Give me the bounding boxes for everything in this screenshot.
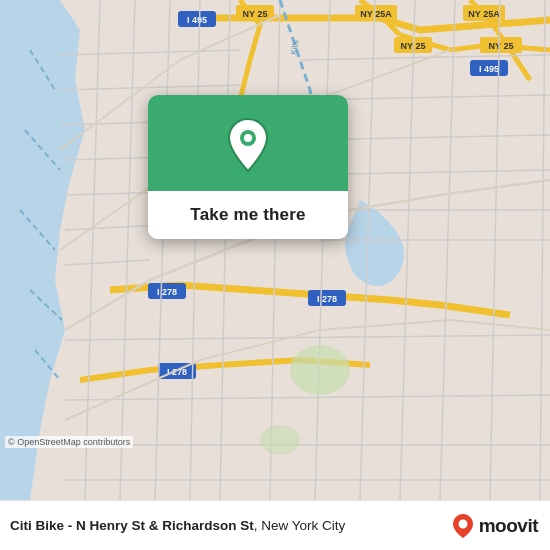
popup-header <box>148 95 348 191</box>
location-name: Citi Bike - N Henry St & Richardson St <box>10 518 254 533</box>
svg-text:I 495: I 495 <box>479 64 499 74</box>
svg-point-55 <box>458 519 467 528</box>
osm-attribution: © OpenStreetMap contributors <box>5 436 133 448</box>
svg-point-50 <box>290 345 350 395</box>
svg-text:I 278: I 278 <box>317 294 337 304</box>
svg-text:NY 25A: NY 25A <box>360 9 392 19</box>
svg-text:NY 25: NY 25 <box>489 41 514 51</box>
city-name: New York City <box>261 518 345 533</box>
map-background: NY 25 NY 25A NY 25A NY 25 NY 25 I 495 I … <box>0 0 550 500</box>
svg-text:I 495: I 495 <box>187 15 207 25</box>
svg-text:I 278: I 278 <box>167 367 187 377</box>
svg-point-54 <box>244 134 252 142</box>
svg-text:I 278: I 278 <box>157 287 177 297</box>
moovit-logo: moovit <box>452 513 538 539</box>
map-container: NY 25 NY 25A NY 25A NY 25 NY 25 I 495 I … <box>0 0 550 500</box>
svg-text:NY 25A: NY 25A <box>468 9 500 19</box>
bottom-bar: Citi Bike - N Henry St & Richardson St, … <box>0 500 550 550</box>
location-popup: Take me there <box>148 95 348 239</box>
take-me-there-button[interactable]: Take me there <box>148 191 348 239</box>
svg-point-51 <box>260 425 300 455</box>
svg-text:NY 25: NY 25 <box>243 9 268 19</box>
location-pin-icon <box>224 117 272 173</box>
location-label: Citi Bike - N Henry St & Richardson St, … <box>10 518 452 533</box>
moovit-wordmark: moovit <box>479 515 538 537</box>
moovit-pin-icon <box>452 513 474 539</box>
